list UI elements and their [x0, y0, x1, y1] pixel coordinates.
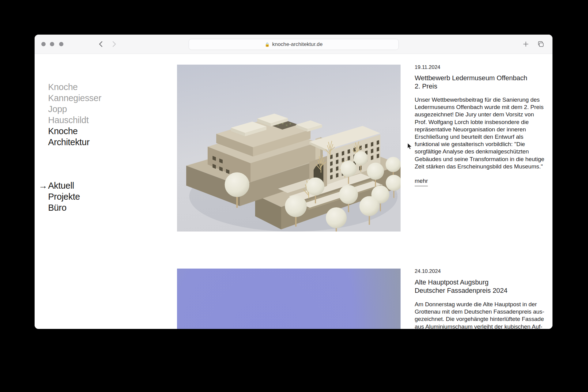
- nav-item-buero[interactable]: Büro: [48, 202, 80, 213]
- article-image-model: [177, 65, 401, 232]
- more-link[interactable]: mehr: [415, 178, 428, 186]
- logo-line: Knoche: [48, 81, 101, 92]
- nav-item-label: Aktuell: [48, 181, 74, 190]
- url-text: knoche-architektur.de: [272, 41, 323, 47]
- tab-overview-button[interactable]: [535, 39, 546, 49]
- logo-line: Jopp: [48, 104, 101, 115]
- chevron-right-icon: [112, 41, 116, 47]
- tab-overview-icon: [537, 41, 544, 47]
- article-date: 24.10.2024: [415, 268, 545, 275]
- address-bar[interactable]: 🔒 knoche-architektur.de: [189, 39, 399, 50]
- forward-button[interactable]: [109, 39, 119, 49]
- new-tab-button[interactable]: [520, 39, 531, 49]
- logo-line: Knoche: [48, 126, 101, 137]
- desktop-background: { "browser": { "window_controls": { "clo…: [0, 0, 588, 392]
- article-title[interactable]: Wettbewerb Ledermuseum Offenbach 2. Prei…: [415, 74, 545, 90]
- close-window-button[interactable]: [41, 42, 46, 46]
- browser-window: 🔒 knoche-architektur.de Knoche Kannegies…: [35, 35, 552, 329]
- article-image-purple: [177, 269, 401, 329]
- main-nav: → Aktuell Projekte Büro: [48, 180, 80, 213]
- logo-line: Hauschildt: [48, 115, 101, 126]
- nav-item-label: Projekte: [48, 192, 80, 202]
- logo-line: Kannegiesser: [48, 92, 101, 104]
- article-body: Unser Wettbewerbsbeitrag für die Sanieru…: [415, 96, 545, 170]
- browser-toolbar: 🔒 knoche-architektur.de: [35, 35, 552, 54]
- back-button[interactable]: [95, 39, 106, 49]
- article-body: Am Donnerstag wurde die Alte Hauptpost i…: [415, 301, 545, 329]
- nav-item-aktuell[interactable]: → Aktuell: [48, 180, 80, 191]
- nav-item-projekte[interactable]: Projekte: [48, 191, 80, 202]
- chevron-left-icon: [99, 41, 103, 47]
- logo-line: Architektur: [48, 137, 101, 148]
- article-title[interactable]: Alte Hauptpost Augsburg Deutscher Fassad…: [415, 278, 545, 295]
- architectural-model-illustration: [177, 65, 401, 232]
- minimize-window-button[interactable]: [50, 42, 54, 46]
- zoom-window-button[interactable]: [59, 42, 63, 46]
- active-arrow-icon: →: [39, 180, 47, 191]
- plus-icon: [523, 41, 529, 47]
- site-logo[interactable]: Knoche Kannegiesser Jopp Hauschildt Knoc…: [48, 81, 101, 148]
- lock-icon: 🔒: [265, 43, 270, 47]
- nav-item-label: Büro: [48, 203, 66, 213]
- article-date: 19.11.2024: [415, 64, 545, 71]
